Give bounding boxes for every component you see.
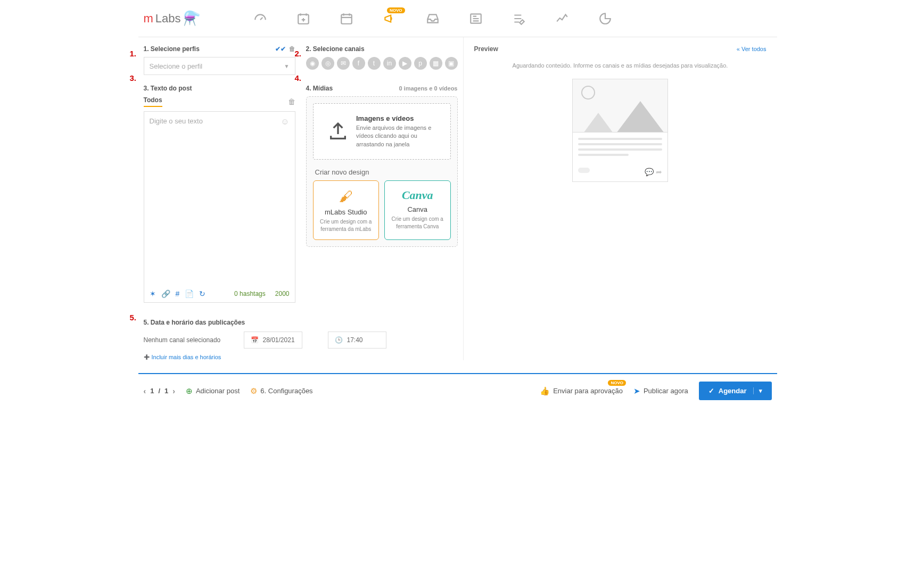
calendar-add-icon[interactable] <box>296 12 310 26</box>
hashtag-count: 0 hashtags <box>234 290 266 297</box>
schedule-heading: 5. Data e horário das publicações <box>144 319 245 326</box>
collapse-icon[interactable]: ✶ <box>150 289 156 298</box>
dashboard-icon[interactable] <box>253 12 267 26</box>
section-profiles: 1. Selecione perfis ✔✔ 🗑 Selecione o per… <box>144 45 295 75</box>
flask-icon: ⚗️ <box>183 10 200 27</box>
channel-image-icon[interactable]: ▣ <box>445 57 458 70</box>
canva-desc: Crie um design com a ferramenta Canva <box>389 216 446 230</box>
comment-share-icon: 💬 ➦ <box>645 168 662 176</box>
megaphone-icon[interactable]: NOVO <box>383 12 397 26</box>
profile-placeholder: Selecione o perfil <box>150 62 203 70</box>
mountain-icon <box>583 113 613 132</box>
see-all-link[interactable]: Ver todos <box>737 46 766 52</box>
upload-icon <box>327 121 349 142</box>
profiles-heading: 1. Selecione perfis <box>144 45 200 53</box>
channel-instagram-icon[interactable]: ◉ <box>306 57 319 70</box>
add-post-button[interactable]: ⊕ Adicionar post <box>186 386 240 396</box>
drop-title: Imagens e vídeos <box>356 114 436 122</box>
mlabs-studio-card[interactable]: 🖌 mLabs Studio Crie um design com a ferr… <box>313 180 380 240</box>
emoji-icon[interactable]: ☺ <box>281 117 289 127</box>
publish-now-button[interactable]: ➤ Publicar agora <box>633 386 688 396</box>
post-placeholder: Digite o seu texto <box>150 117 203 125</box>
post-text-input[interactable]: Digite o seu texto ☺ <box>144 112 295 285</box>
add-more-label: Incluir mais dias e horários <box>152 354 221 360</box>
repost-icon[interactable]: ↻ <box>199 289 205 298</box>
channel-gmb-icon[interactable]: ▦ <box>430 57 442 70</box>
pager-sep: / <box>158 387 160 395</box>
pie-icon[interactable] <box>598 12 612 26</box>
calendar-check-icon: ✓ <box>708 387 714 395</box>
channels-heading: 2. Selecione canais <box>306 45 365 53</box>
date-input[interactable]: 📅 28/01/2021 <box>244 332 302 349</box>
channel-twitter-icon[interactable]: t <box>368 57 381 70</box>
annotation-3: 3. <box>130 73 137 82</box>
chevron-down-icon: ▼ <box>284 63 290 69</box>
schedule-button[interactable]: ✓ Agendar ▾ <box>699 382 772 400</box>
preview-skeleton: 💬 ➦ <box>572 79 668 182</box>
inbox-icon[interactable] <box>426 12 440 26</box>
studio-desc: Crie um design com a ferramenta da mLabs <box>318 218 375 233</box>
design-heading: Criar novo design <box>315 168 449 176</box>
analytics-icon[interactable] <box>555 12 569 26</box>
trash-icon[interactable]: 🗑 <box>289 45 295 53</box>
post-editor: Digite o seu texto ☺ ✶ 🔗 # 📄 ↻ <box>144 111 295 303</box>
svg-rect-1 <box>341 14 352 23</box>
canva-title: Canva <box>389 205 446 213</box>
pager-prev[interactable]: ‹ <box>144 387 146 395</box>
skeleton-line <box>578 148 662 151</box>
config-button[interactable]: ⚙ 6. Configurações <box>250 386 312 396</box>
skeleton-pill <box>578 168 590 173</box>
add-more-schedule[interactable]: Incluir mais dias e horários <box>144 354 221 360</box>
channel-whatsapp-icon[interactable]: ✉ <box>337 57 350 70</box>
skeleton-line <box>578 143 662 145</box>
mountain-icon-2 <box>616 101 664 132</box>
publish-label: Publicar agora <box>644 387 688 395</box>
list-edit-icon[interactable] <box>512 12 526 26</box>
channel-pinterest-icon[interactable]: p <box>414 57 427 70</box>
canva-card[interactable]: Canva Canva Crie um design com a ferrame… <box>384 180 451 240</box>
channel-facebook-icon[interactable]: f <box>352 57 365 70</box>
nav-icons: NOVO <box>253 12 612 26</box>
config-label: 6. Configurações <box>260 387 312 395</box>
thumbs-up-icon: 👍 <box>540 386 550 396</box>
channel-youtube-icon[interactable]: ▶ <box>399 57 411 70</box>
media-dropzone[interactable]: Imagens e vídeos Envie arquivos de image… <box>313 103 451 160</box>
skeleton-line <box>578 154 629 156</box>
preview-waiting-text: Aguardando conteúdo. Informe os canais e… <box>474 61 766 70</box>
canva-logo-icon: Canva <box>389 188 446 202</box>
annotation-5: 5. <box>130 313 137 322</box>
chevron-down-icon[interactable]: ▾ <box>753 387 762 394</box>
pager-total: 1 <box>164 387 168 395</box>
top-nav: mLabs ⚗️ NOVO <box>138 0 777 37</box>
date-value: 28/01/2021 <box>263 336 295 344</box>
gear-icon: ⚙ <box>250 386 257 396</box>
channel-instagram-stories-icon[interactable]: ◎ <box>322 57 334 70</box>
posttext-heading: 3. Texto do post <box>144 85 192 92</box>
feed-icon[interactable] <box>469 12 483 26</box>
brand-logo: mLabs ⚗️ <box>144 10 200 27</box>
calendar-icon[interactable] <box>340 12 353 26</box>
annotation-1: 1. <box>130 49 137 58</box>
paper-plane-icon: ➤ <box>633 386 640 396</box>
section-channels: 2. Selecione canais ◉ ◎ ✉ f t in ▶ p ▦ ▣ <box>306 45 458 75</box>
profile-select[interactable]: Selecione o perfil ▼ <box>144 57 295 75</box>
send-approval-button[interactable]: 👍 Enviar para aprovação NOVO <box>540 386 623 396</box>
tab-todos[interactable]: Todos <box>144 96 162 107</box>
channel-linkedin-icon[interactable]: in <box>383 57 396 70</box>
media-counter: 0 imagens e 0 vídeos <box>399 85 457 92</box>
hashtag-icon[interactable]: # <box>176 289 180 298</box>
file-icon[interactable]: 📄 <box>185 289 194 298</box>
check-all-icon[interactable]: ✔✔ <box>275 45 286 53</box>
pager-next[interactable]: › <box>172 387 175 395</box>
time-input[interactable]: 🕒 17:40 <box>328 332 386 349</box>
see-all-label: Ver todos <box>741 46 766 52</box>
preview-heading: Preview <box>474 45 498 53</box>
char-limit: 2000 <box>275 290 290 297</box>
brand-labs: Labs <box>155 12 181 26</box>
skeleton-line <box>578 138 662 140</box>
link-icon[interactable]: 🔗 <box>161 289 170 298</box>
no-channel-label: Nenhum canal selecionado <box>144 336 234 344</box>
bottom-bar: ‹ 1 / 1 › ⊕ Adicionar post ⚙ 6. Configur… <box>138 373 777 408</box>
clear-text-icon[interactable]: 🗑 <box>288 97 295 106</box>
channel-list: ◉ ◎ ✉ f t in ▶ p ▦ ▣ <box>306 57 458 70</box>
